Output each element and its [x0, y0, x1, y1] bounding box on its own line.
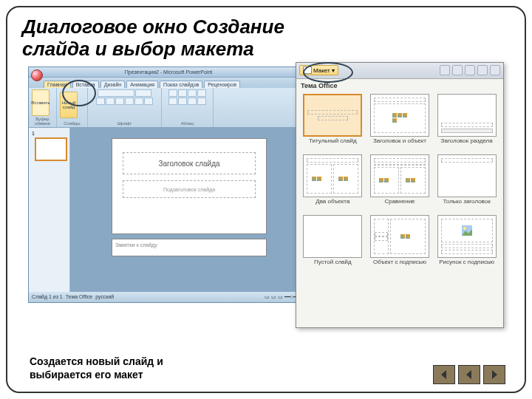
slide-editor[interactable]: Заголовок слайда Подзаголовок слайда: [112, 138, 267, 234]
layout-cell: Рисунок с подписью: [434, 215, 499, 273]
pp-titlebar: Презентация2 - Microsoft PowerPoint: [29, 67, 308, 78]
layout-cell: Пустой слайд: [301, 215, 365, 273]
office-button[interactable]: [31, 69, 43, 81]
italic-button[interactable]: [106, 98, 115, 105]
page-title: Диалоговое окно Создание слайда и выбор …: [22, 16, 510, 61]
highlight-circle-newslide: [62, 80, 96, 106]
status-theme: Тема Office: [66, 294, 93, 299]
layout-name-label: Два объекта: [301, 199, 365, 212]
layout-option-section[interactable]: [437, 94, 497, 137]
paste-button[interactable]: Вставить: [32, 89, 50, 116]
layout-cell: Только заголовок: [434, 154, 499, 212]
layout-option-compare[interactable]: [370, 154, 429, 197]
nav-next-button[interactable]: [483, 365, 505, 384]
highlight-circle-layout: [303, 62, 353, 83]
nav-back-button[interactable]: [458, 365, 480, 384]
layout-cell: Титульный слайд: [301, 94, 365, 151]
pp-body: 1 Заголовок слайда Подзаголовок слайда З…: [29, 128, 308, 292]
align-left-button[interactable]: [168, 98, 177, 105]
popup-tool-2[interactable]: [452, 65, 463, 75]
underline-button[interactable]: [115, 98, 124, 105]
layout-name-label: Титульный слайд: [301, 138, 365, 151]
layout-cell: Сравнение: [368, 154, 432, 212]
group-font: Шрифт: [88, 88, 162, 127]
popup-tool-4[interactable]: [477, 65, 488, 75]
popup-tool-3[interactable]: [465, 65, 475, 75]
group-paragraph-label: Абзац: [165, 121, 210, 126]
layout-name-label: Только заголовок: [434, 199, 499, 212]
status-slide-count: Слайд 1 из 1: [32, 294, 63, 299]
tab-animation[interactable]: Анимация: [126, 81, 158, 88]
numbering-button[interactable]: [178, 89, 187, 97]
align-justify-button[interactable]: [197, 98, 206, 105]
group-slides-label: Слайды: [60, 121, 84, 126]
layout-grid: Титульный слайдЗаголовок и объектЗаголов…: [296, 92, 503, 274]
group-clipboard: Вставить Буфер обмена: [29, 88, 57, 127]
layout-popup: Макет ▾ Тема Office Титульный слайдЗагол…: [296, 62, 504, 328]
popup-tool-5[interactable]: [490, 65, 500, 75]
main-area: Презентация2 - Microsoft PowerPoint Глав…: [22, 66, 510, 332]
layout-cell: Заголовок и объект: [368, 94, 432, 151]
status-language: русский: [95, 294, 114, 299]
layout-option-pic[interactable]: [437, 215, 497, 258]
indent-button[interactable]: [188, 89, 197, 97]
layout-name-label: Заголовок раздела: [434, 138, 499, 151]
layout-option-two[interactable]: [303, 154, 362, 197]
shadow-button[interactable]: [134, 98, 143, 105]
notes-pane[interactable]: Заметки к слайду: [112, 239, 267, 256]
title-line1: Диалоговое окно Создание: [22, 16, 284, 38]
tab-slideshow[interactable]: Показ слайдов: [160, 81, 202, 88]
paste-label: Вставить: [31, 100, 50, 105]
strike-button[interactable]: [125, 98, 134, 105]
layout-option-caption[interactable]: [370, 215, 429, 258]
status-bar: Слайд 1 из 1 Тема Office русский ▭ ▭ ▭ ━…: [29, 292, 308, 302]
layout-name-label: Рисунок с подписью: [434, 259, 499, 273]
bullets-button[interactable]: [168, 89, 177, 97]
layout-option-only_title[interactable]: [437, 154, 497, 197]
layout-cell: Объект с подписью: [368, 215, 432, 273]
bold-button[interactable]: [96, 98, 105, 105]
layout-name-label: Заголовок и объект: [368, 138, 432, 151]
font-size[interactable]: [135, 89, 151, 97]
align-right-button[interactable]: [188, 98, 197, 105]
layout-cell: Заголовок раздела: [434, 94, 499, 151]
nav-buttons: [433, 365, 505, 384]
popup-tool-1[interactable]: [440, 65, 450, 75]
slide-title-placeholder[interactable]: Заголовок слайда: [123, 152, 256, 174]
layout-option-blank[interactable]: [303, 215, 362, 258]
tab-review[interactable]: Рецензиров: [204, 81, 240, 88]
layout-name-label: Сравнение: [368, 199, 432, 212]
layout-name-label: Пустой слайд: [301, 259, 365, 273]
group-font-label: Шрифт: [91, 121, 158, 126]
svg-point-1: [463, 227, 466, 230]
layout-name-label: Объект с подписью: [368, 259, 432, 273]
tab-design[interactable]: Дизайн: [100, 81, 126, 88]
layout-option-title[interactable]: [303, 94, 362, 137]
slide-canvas: Заголовок слайда Подзаголовок слайда Зам…: [70, 128, 308, 292]
page-frame: Диалоговое окно Создание слайда и выбор …: [6, 6, 526, 393]
slide-thumbnail-1[interactable]: [35, 137, 67, 161]
font-color-button[interactable]: [144, 98, 153, 105]
align-center-button[interactable]: [178, 98, 187, 105]
title-line2: слайда и выбор макета: [22, 38, 254, 60]
layout-option-title_content[interactable]: [370, 94, 429, 137]
group-clipboard-label: Буфер обмена: [32, 117, 53, 126]
outdent-button[interactable]: [197, 89, 206, 97]
popup-toolbar: [440, 65, 500, 75]
slide-caption: Создается новый слайд и выбирается его м…: [30, 355, 207, 381]
group-paragraph: Абзац: [162, 88, 214, 127]
thumbnail-pane[interactable]: 1: [29, 128, 70, 292]
layout-cell: Два объекта: [301, 154, 365, 212]
nav-prev-button[interactable]: [433, 365, 455, 384]
font-select[interactable]: [98, 89, 134, 97]
slide-subtitle-placeholder[interactable]: Подзаголовок слайда: [123, 180, 256, 198]
